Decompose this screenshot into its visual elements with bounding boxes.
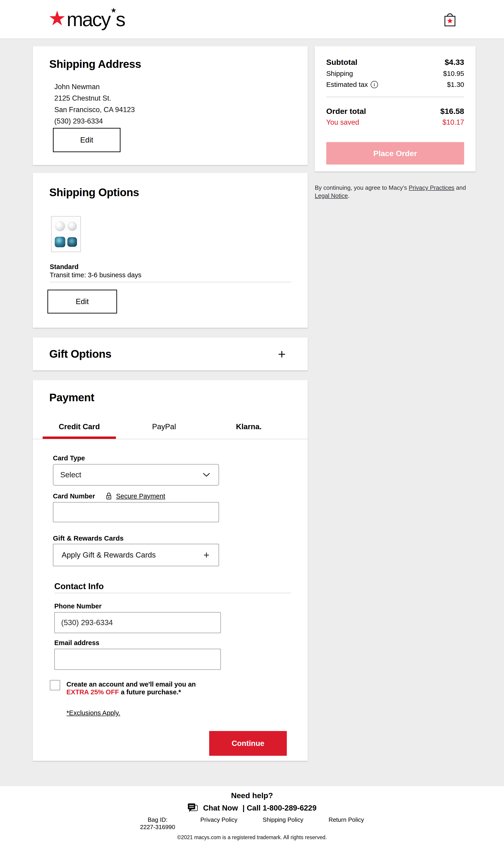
estimated-tax-value: $1.30 — [447, 80, 464, 89]
continue-row: Continue — [33, 731, 308, 756]
tab-klarna[interactable]: Klarna. — [212, 418, 285, 439]
chat-now-link[interactable]: Chat Now — [203, 804, 238, 812]
card-number-row: Card Number Secure Payment — [53, 492, 308, 500]
logo-word-s: s — [116, 8, 125, 30]
email-address-input[interactable] — [54, 649, 221, 670]
create-account-row: Create an account and we'll email you an… — [50, 680, 308, 696]
copyright-text: ©2021 macys.com is a registered trademar… — [0, 834, 504, 841]
payment-title: Payment — [49, 391, 308, 404]
earring-silver-right — [68, 221, 77, 231]
address-street: 2125 Chestnut St. — [54, 93, 308, 104]
card-type-label: Card Type — [53, 454, 308, 462]
earring-blue-left — [55, 237, 65, 247]
estimated-tax-label: Estimated tax — [326, 80, 368, 89]
tab-klarna-label: Klarna. — [236, 422, 262, 431]
shipping-value: $10.95 — [443, 69, 464, 78]
gift-options-title: Gift Options — [49, 347, 111, 360]
bag-id-block: Bag ID: 2227-316990 — [140, 816, 175, 831]
order-total-label: Order total — [326, 106, 366, 116]
checkout-left-column: Shipping Address John Newman 2125 Chestn… — [33, 46, 308, 761]
subtotal-row: Subtotal $4.33 — [326, 57, 464, 67]
shopping-bag-icon[interactable] — [444, 12, 456, 27]
shipping-policy-link[interactable]: Shipping Policy — [263, 816, 303, 823]
card-number-label: Card Number — [53, 492, 95, 500]
address-phone: (530) 293-6334 — [54, 115, 308, 127]
shipping-options-title: Shipping Options — [49, 186, 308, 199]
product-thumbnail-earrings — [51, 216, 81, 252]
privacy-practices-link[interactable]: Privacy Practices — [409, 184, 454, 191]
logo-text: macy★s — [67, 8, 125, 30]
phone-number-input[interactable] — [54, 612, 221, 633]
card-number-input[interactable] — [53, 502, 219, 522]
summary-divider — [326, 97, 464, 97]
gift-rewards-label: Gift & Rewards Cards — [53, 534, 308, 542]
payment-tabs: Credit Card PayPal Klarna. — [33, 418, 308, 439]
you-saved-row: You saved $10.17 — [326, 118, 464, 127]
earring-silver-left — [55, 221, 65, 231]
header: ★ macy★s — [0, 0, 504, 39]
macys-logo[interactable]: ★ macy★s — [48, 8, 125, 30]
tab-credit-card-label: Credit Card — [59, 422, 100, 431]
tab-paypal[interactable]: PayPal — [127, 418, 201, 439]
phone-number-label: Phone Number — [54, 602, 308, 610]
estimated-tax-label-wrap: Estimated tax i — [326, 80, 378, 89]
contact-info-title: Contact Info — [54, 581, 308, 591]
you-saved-value: $10.17 — [443, 118, 464, 127]
chevron-down-icon — [202, 472, 210, 477]
place-order-button[interactable]: Place Order — [326, 142, 464, 164]
apply-gift-plus-icon: + — [203, 549, 210, 561]
secure-payment-link[interactable]: Secure Payment — [116, 493, 165, 500]
need-help-title: Need help? — [0, 791, 504, 800]
create-account-line2: a future purchase.* — [119, 688, 181, 696]
create-account-checkbox[interactable] — [50, 680, 60, 691]
card-type-select[interactable]: Select — [53, 464, 219, 486]
legal-agreement-text: By continuing, you agree to Macy’s Priva… — [315, 184, 474, 200]
create-account-label: Create an account and we'll email you an… — [67, 680, 196, 696]
continue-button[interactable]: Continue — [209, 731, 287, 756]
contact-info-divider — [54, 593, 291, 593]
create-account-line1: Create an account and we'll email you an — [67, 681, 196, 688]
create-account-offer: EXTRA 25% OFF — [67, 688, 119, 696]
tab-credit-card[interactable]: Credit Card — [42, 418, 116, 439]
expand-gift-options-icon[interactable]: + — [278, 347, 286, 361]
edit-address-button[interactable]: Edit — [53, 128, 121, 152]
shipping-address-section: Shipping Address John Newman 2125 Chestn… — [33, 46, 308, 165]
legal-notice-link[interactable]: Legal Notice — [315, 192, 348, 199]
apply-gift-rewards-button[interactable]: Apply Gift & Rewards Cards + — [53, 544, 219, 566]
call-phone-link[interactable]: | Call 1-800-289-6229 — [242, 804, 317, 812]
tabs-divider — [33, 439, 308, 439]
bag-id-value: 2227-316990 — [140, 823, 175, 831]
shipping-address-title: Shipping Address — [49, 58, 308, 71]
estimated-tax-row: Estimated tax i $1.30 — [326, 80, 464, 89]
shipping-transit-time: Transit time: 3-6 business days — [50, 271, 308, 279]
address-city: San Francisco, CA 94123 — [54, 104, 308, 115]
order-summary-card: Subtotal $4.33 Shipping $10.95 Estimated… — [315, 46, 475, 172]
legal-and: and — [454, 184, 466, 191]
legal-suffix: . — [348, 192, 349, 199]
order-total-row: Order total $16.58 — [326, 106, 464, 116]
shipping-address-block: John Newman 2125 Chestnut St. San Franci… — [54, 81, 308, 127]
lock-icon — [106, 492, 112, 500]
footer: Need help? Chat Now | Call 1-800-289-622… — [0, 786, 504, 841]
shipping-method: Standard — [50, 263, 308, 271]
subtotal-label: Subtotal — [326, 57, 357, 67]
address-name: John Newman — [54, 81, 308, 93]
legal-prefix: By continuing, you agree to Macy’s — [315, 184, 409, 191]
tax-info-icon[interactable]: i — [371, 81, 378, 88]
shipping-options-section: Shipping Options Standard Transit time: … — [33, 173, 308, 328]
gift-options-section[interactable]: Gift Options + — [33, 338, 308, 370]
privacy-policy-link[interactable]: Privacy Policy — [200, 816, 238, 823]
edit-shipping-button[interactable]: Edit — [48, 290, 117, 314]
footer-links-row: Bag ID: 2227-316990 Privacy Policy Shipp… — [0, 816, 504, 831]
order-total-value: $16.58 — [440, 106, 464, 116]
exclusions-apply-link[interactable]: *Exclusions Apply. — [67, 709, 120, 717]
return-policy-link[interactable]: Return Policy — [328, 816, 364, 823]
logo-word-macy: macy — [67, 8, 110, 30]
payment-section: Payment Credit Card PayPal Klarna. Card … — [33, 380, 308, 761]
active-tab-underline — [42, 436, 116, 439]
checkout-main: Shipping Address John Newman 2125 Chestn… — [0, 39, 504, 786]
shipping-label: Shipping — [326, 69, 353, 78]
chat-icon — [187, 803, 198, 813]
card-type-selected-value: Select — [60, 470, 81, 479]
bag-id-label: Bag ID: — [140, 816, 175, 823]
